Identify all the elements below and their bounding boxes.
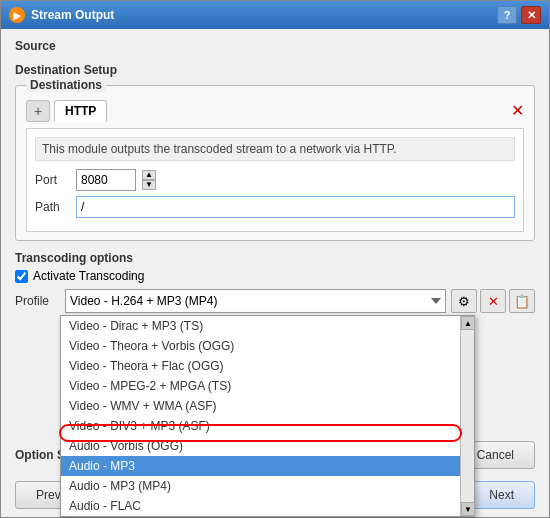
next-button[interactable]: Next [468,481,535,509]
stream-output-window: ▶ Stream Output ? ✕ Source Destination S… [0,0,550,518]
tab-close-button[interactable]: ✕ [511,103,524,119]
port-label: Port [35,173,70,187]
profile-tools: ⚙ ✕ 📋 [451,289,535,313]
port-up-button[interactable]: ▲ [142,170,156,180]
dropdown-popup: Video - Dirac + MP3 (TS) Video - Theora … [60,315,475,517]
app-icon: ▶ [9,7,25,23]
source-label: Source [15,39,535,53]
scroll-down-button[interactable]: ▼ [461,502,475,516]
destinations-group: Destinations + HTTP ✕ This module output… [15,85,535,241]
dropdown-item-5[interactable]: Video - DIV3 + MP3 (ASF) [61,416,460,436]
port-input[interactable] [76,169,136,191]
main-content: Source Destination Setup Destinations + … [1,29,549,441]
info-text: This module outputs the transcoded strea… [35,137,515,161]
titlebar: ▶ Stream Output ? ✕ [1,1,549,29]
profile-select[interactable]: Video - H.264 + MP3 (MP4) [65,289,446,313]
path-row: Path [35,196,515,218]
port-spinner: ▲ ▼ [142,170,156,190]
tab-content: This module outputs the transcoded strea… [26,128,524,232]
dropdown-item-2[interactable]: Video - Theora + Flac (OGG) [61,356,460,376]
titlebar-buttons: ? ✕ [497,6,541,24]
profile-row: Profile Video - H.264 + MP3 (MP4) ⚙ ✕ 📋 … [15,289,535,313]
dropdown-item-7[interactable]: Audio - MP3 [61,456,460,476]
transcoding-section: Transcoding options Activate Transcoding… [15,251,535,313]
dropdown-scrollbar: ▲ ▼ [460,316,474,516]
scroll-up-button[interactable]: ▲ [461,316,475,330]
dropdown-item-3[interactable]: Video - MPEG-2 + MPGA (TS) [61,376,460,396]
profile-copy-button[interactable]: 📋 [509,289,535,313]
dropdown-item-6[interactable]: Audio - Vorbis (OGG) [61,436,460,456]
tab-http[interactable]: HTTP [54,100,107,122]
port-row: Port ▲ ▼ [35,169,515,191]
tab-left: + HTTP [26,100,107,122]
destinations-group-title: Destinations [26,78,106,92]
tab-row: + HTTP ✕ [26,100,524,122]
activate-row: Activate Transcoding [15,269,535,283]
destination-setup-label: Destination Setup [15,63,535,77]
profile-settings-button[interactable]: ⚙ [451,289,477,313]
dropdown-item-8[interactable]: Audio - MP3 (MP4) [61,476,460,496]
profile-label: Profile [15,294,60,308]
help-button[interactable]: ? [497,6,517,24]
path-input[interactable] [76,196,515,218]
dropdown-item-4[interactable]: Video - WMV + WMA (ASF) [61,396,460,416]
dropdown-list: Video - Dirac + MP3 (TS) Video - Theora … [61,316,474,516]
activate-label: Activate Transcoding [33,269,144,283]
scroll-track [461,330,474,502]
port-down-button[interactable]: ▼ [142,180,156,190]
profile-delete-button[interactable]: ✕ [480,289,506,313]
path-label: Path [35,200,70,214]
add-tab-button[interactable]: + [26,100,50,122]
window-title: Stream Output [31,8,497,22]
activate-checkbox[interactable] [15,270,28,283]
dropdown-item-1[interactable]: Video - Theora + Vorbis (OGG) [61,336,460,356]
dropdown-item-9[interactable]: Audio - FLAC [61,496,460,516]
close-button[interactable]: ✕ [521,6,541,24]
dropdown-item-0[interactable]: Video - Dirac + MP3 (TS) [61,316,460,336]
transcoding-label: Transcoding options [15,251,535,265]
